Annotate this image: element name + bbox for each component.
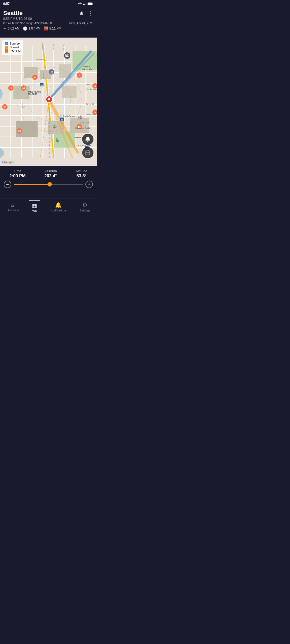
solar-noon-icon: 🕐 — [23, 26, 27, 31]
battery-icon — [88, 2, 93, 5]
coordinates: lat: 47.6062095°, long: -122.3320708° — [3, 21, 53, 25]
header-action-icons: ⊕ ⋮ — [79, 10, 93, 16]
legend-sunrise-label: Sunrise — [10, 42, 20, 45]
notifications-icon: 🔔 — [55, 202, 62, 208]
time-slider-track[interactable] — [14, 184, 83, 185]
svg-text:🍴: 🍴 — [59, 114, 63, 119]
altitude-info: Altitude 53.8° — [76, 169, 87, 178]
svg-text:🚌: 🚌 — [40, 83, 44, 86]
svg-text:Seattle: Seattle — [83, 65, 90, 68]
sunset-icon: 🌇 — [44, 26, 48, 31]
svg-rect-34 — [62, 86, 77, 98]
svg-text:3: 3 — [79, 74, 80, 77]
overview-icon: ⌂ — [11, 202, 14, 208]
slider-decrease-button[interactable]: − — [4, 181, 11, 188]
status-icons — [78, 2, 93, 5]
layers-button[interactable] — [82, 134, 93, 145]
svg-text:⚓: ⚓ — [20, 103, 25, 108]
legend-sunset: Sunset — [5, 46, 21, 49]
svg-text:REI: REI — [65, 54, 70, 57]
slider-increase-button[interactable]: + — [85, 181, 93, 188]
svg-text:University: University — [82, 68, 92, 70]
status-bar: 9:57 — [0, 0, 97, 8]
google-logo: Google — [2, 160, 14, 164]
svg-text:24: 24 — [34, 76, 36, 79]
svg-text:🦆: 🦆 — [52, 125, 57, 129]
nav-settings[interactable]: ⚙ Settings — [77, 201, 93, 213]
settings-icon: ⚙ — [82, 202, 87, 208]
svg-text:🦆: 🦆 — [55, 138, 60, 143]
more-options-icon[interactable]: ⋮ — [88, 10, 93, 16]
legend-sunset-label: Sunset — [10, 46, 19, 49]
header-title-row: Seattle ⊕ ⋮ — [3, 10, 93, 17]
time-info: Time 2:00 PM — [9, 169, 26, 178]
time-value: 2:00 PM — [9, 174, 26, 178]
overview-label: Overview — [6, 208, 19, 212]
svg-rect-1 — [83, 4, 84, 5]
altitude-label: Altitude — [76, 169, 87, 173]
svg-text:6th Ave: 6th Ave — [43, 72, 45, 78]
svg-point-47 — [48, 98, 50, 100]
svg-text:🚊: 🚊 — [60, 118, 64, 121]
settings-label: Settings — [79, 209, 90, 212]
azimuth-label: Azimuth — [44, 169, 57, 173]
nav-map[interactable]: ▦ Map — [29, 200, 40, 213]
svg-text:Denny Way: Denny Way — [36, 59, 46, 61]
svg-text:9: 9 — [94, 111, 96, 114]
time-slider-row: − + — [0, 181, 97, 188]
svg-rect-99 — [86, 151, 90, 155]
svg-text:Yesler Way: Yesler Way — [86, 114, 95, 116]
coords-date-row: lat: 47.6062095°, long: -122.3320708° Mo… — [3, 21, 93, 25]
map-svg: REI 24 🏨 3 6 21 99 18 9 15 12 PIKE PLACE… — [0, 38, 97, 166]
altitude-value: 53.8° — [76, 174, 87, 178]
slider-fill — [14, 184, 50, 185]
svg-text:Smith Tower: Smith Tower — [63, 115, 75, 117]
sunrise-time: ☀ 6:02 AM — [3, 26, 20, 31]
svg-text:James St: James St — [86, 103, 94, 105]
svg-rect-6 — [93, 3, 93, 4]
wifi-icon — [78, 2, 82, 5]
svg-text:S Jackson St: S Jackson St — [78, 122, 89, 124]
sunset-time: 🌇 8:11 PM — [44, 26, 61, 31]
legend-sunrise-color — [5, 42, 8, 45]
legend-current: 9:56 PM — [5, 49, 21, 53]
svg-text:Uwajimaya Seattle: Uwajimaya Seattle — [75, 127, 91, 129]
svg-point-0 — [80, 5, 81, 5]
map-container[interactable]: REI 24 🏨 3 6 21 99 18 9 15 12 PIKE PLACE… — [0, 38, 97, 166]
header: Seattle ⊕ ⋮ 9:56 PM UTC-07:00 lat: 47.60… — [0, 8, 97, 33]
svg-rect-3 — [85, 3, 85, 5]
svg-text:Pike St: Pike St — [63, 45, 65, 50]
svg-text:21: 21 — [9, 87, 12, 90]
azimuth-info: Azimuth 202.4° — [44, 169, 57, 178]
svg-rect-7 — [88, 3, 92, 5]
svg-text:Frye Art Museum: Frye Art Museum — [86, 88, 97, 90]
slider-thumb — [48, 182, 52, 186]
svg-rect-2 — [84, 4, 85, 5]
map-icon: ▦ — [32, 202, 37, 208]
svg-text:FIRST HILL: FIRST HILL — [86, 84, 96, 86]
status-time: 9:57 — [3, 2, 10, 6]
nav-overview[interactable]: ⌂ Overview — [4, 201, 21, 213]
signal-icon — [83, 2, 86, 5]
svg-text:5th Ave: 5th Ave — [52, 44, 54, 50]
date: Mon, Apr 24, 2023 — [69, 21, 93, 25]
calendar-button[interactable] — [82, 147, 93, 158]
map-legend: Sunrise Sunset 9:56 PM — [2, 40, 23, 55]
sun-times-row: ☀ 6:02 AM 🕐 1:07 PM 🌇 8:11 PM — [3, 26, 93, 31]
legend-sunset-color — [5, 46, 8, 49]
legend-sunrise: Sunrise — [5, 42, 21, 45]
svg-text:MARKET: MARKET — [28, 93, 37, 95]
compass-icon[interactable]: ⊕ — [79, 10, 84, 16]
legend-current-label: 9:56 PM — [10, 49, 21, 53]
time-utc: 9:56 PM UTC-07:00 — [3, 17, 93, 21]
sunrise-icon: ☀ — [3, 26, 7, 31]
bottom-nav: ⌂ Overview ▦ Map 🔔 Notifications ⚙ Setti… — [0, 199, 97, 215]
svg-text:T-Mobile Park: T-Mobile Park — [78, 144, 91, 147]
info-values-row: Time 2:00 PM Azimuth 202.4° Altitude 53.… — [0, 169, 97, 178]
info-panel: Time 2:00 PM Azimuth 202.4° Altitude 53.… — [0, 166, 97, 199]
legend-current-color — [5, 49, 8, 53]
svg-rect-4 — [86, 3, 86, 5]
svg-text:🏨: 🏨 — [50, 71, 53, 74]
svg-text:9th Ave N: 9th Ave N — [42, 43, 43, 50]
nav-notifications[interactable]: 🔔 Notifications — [48, 201, 69, 213]
